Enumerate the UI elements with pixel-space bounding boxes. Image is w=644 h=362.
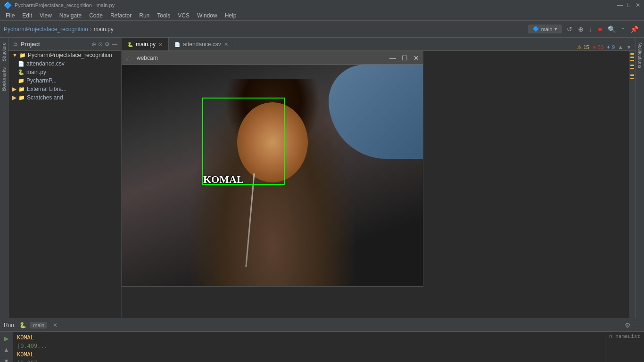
run-controls: ⚙ — — [625, 321, 640, 329]
editor-content: 20 encode = face_recognition.face_encodi… — [122, 51, 636, 318]
menu-code[interactable]: Code — [85, 11, 107, 20]
download-icon[interactable]: ↓ — [587, 25, 594, 34]
tree-item-scratches[interactable]: ▶ 📁 Scratches and — [8, 93, 121, 102]
breadcrumb-project[interactable]: PycharmProjectsface_recognition — [4, 26, 88, 33]
scratches-icon: ▶ — [12, 94, 17, 101]
title-bar-controls[interactable]: — ☐ ✕ — [617, 2, 640, 8]
panel-settings-icon[interactable]: ⚙ — [105, 41, 110, 48]
menu-navigate[interactable]: Navigate — [56, 11, 85, 20]
right-side-tabs: Notifications — [636, 38, 644, 318]
left-side-tabs: Structure Bookmarks — [0, 38, 8, 318]
scratches-folder-icon: 📁 — [18, 95, 25, 101]
tab-main-py-close[interactable]: ✕ — [158, 41, 163, 48]
maximize-button[interactable]: ☐ — [627, 2, 632, 8]
panel-minimize-icon[interactable]: — — [112, 41, 117, 48]
run-label: Run: — [4, 322, 16, 329]
face-detection-box: KOMAL — [202, 98, 285, 185]
webcam-window-title: webcam — [137, 55, 386, 61]
tree-item-pycharm[interactable]: 📁 PycharmP... — [8, 76, 121, 85]
gutter-mark-4 — [630, 65, 634, 66]
menu-window[interactable]: Window — [193, 11, 221, 20]
pycharm-logo-icon: 🔷 — [4, 1, 12, 9]
nav-down-icon[interactable]: ▼ — [626, 44, 632, 50]
upload-icon[interactable]: ↑ — [619, 25, 627, 34]
tree-item-csv-label: attendance.csv — [26, 60, 65, 67]
title-bar-left: 🔷 PycharmProjectsface_recognition - main… — [4, 1, 115, 9]
run-panel-header: Run: 🐍 main ✕ ⚙ — — [0, 319, 644, 332]
menu-edit[interactable]: Edit — [18, 11, 36, 20]
toolbar: PycharmProjectsface_recognition › main.p… — [0, 21, 644, 38]
run-side-code-text: n nameList — [609, 334, 640, 339]
tree-item-scratches-label: Scratches and — [27, 94, 63, 101]
py-tab-icon: 🐍 — [127, 42, 133, 47]
notifications-tab[interactable]: Notifications — [636, 40, 644, 71]
webcam-close-button[interactable]: ✕ — [413, 54, 419, 62]
bookmarks-tab[interactable]: Bookmarks — [0, 65, 8, 94]
root-folder-icon: ▼ — [12, 52, 17, 58]
ext-libs-folder-icon: 📁 — [18, 86, 25, 92]
tree-item-ext-libs-label: External Libra... — [27, 86, 66, 92]
minimize-button[interactable]: — — [617, 2, 623, 8]
menu-run[interactable]: Run — [135, 11, 153, 20]
search-icon[interactable]: 🔍 — [606, 25, 618, 34]
menu-file[interactable]: File — [2, 11, 18, 20]
panel-locate-icon[interactable]: ⊙ — [98, 41, 103, 48]
project-tree: ▼ 📁 PycharmProjectsface_recognition 📄 at… — [8, 51, 121, 318]
pin-icon[interactable]: 📌 — [628, 25, 640, 34]
run-play-icon[interactable]: ▶ — [4, 335, 9, 342]
tree-item-py[interactable]: 🐍 main.py — [8, 68, 121, 76]
run-step-down-icon[interactable]: ▼ — [3, 357, 10, 362]
webcam-background: KOMAL — [122, 65, 423, 286]
structure-tab[interactable]: Structure — [0, 40, 8, 65]
tree-root-label: PycharmProjectsface_recognition — [28, 52, 112, 58]
menu-refactor[interactable]: Refactor — [107, 11, 135, 20]
tab-main-py[interactable]: 🐍 main.py ✕ — [122, 38, 169, 50]
run-config-button[interactable]: 🔷 main ▾ — [528, 25, 562, 33]
editor-gutter — [629, 51, 636, 318]
tree-item-pycharm-label: PycharmP... — [26, 77, 57, 84]
warnings-count: ⚠ 15 — [577, 44, 589, 50]
title-bar-title: PycharmProjectsface_recognition - main.p… — [15, 2, 115, 8]
run-step-up-icon[interactable]: ▲ — [3, 346, 10, 354]
tree-item-external-libs[interactable]: ▶ 📁 External Libra... — [8, 85, 121, 93]
menu-tools[interactable]: Tools — [153, 11, 174, 20]
csv-file-icon: 📄 — [18, 61, 25, 67]
tab-attendance-csv[interactable]: 📄 attendance.csv ✕ — [169, 38, 234, 50]
panel-add-icon[interactable]: ⊕ — [91, 41, 96, 48]
run-config-close-icon[interactable]: ✕ — [53, 322, 58, 329]
webcam-minimize-button[interactable]: — — [389, 54, 396, 62]
csv-tab-icon: 📄 — [174, 42, 180, 47]
webcam-maximize-button[interactable]: ☐ — [402, 54, 408, 62]
nav-up-icon[interactable]: ▲ — [618, 44, 623, 50]
add-config-icon[interactable]: ⊕ — [576, 25, 586, 34]
run-config-badge[interactable]: main — [30, 322, 47, 329]
run-minimize-icon[interactable]: — — [634, 321, 640, 329]
gutter-mark-1 — [630, 53, 634, 55]
title-bar: 🔷 PycharmProjectsface_recognition - main… — [0, 0, 644, 10]
refresh-icon[interactable]: ↺ — [565, 25, 574, 34]
project-panel: 🗂 Project ⊕ ⊙ ⚙ — ▼ 📁 PycharmProjectsfac… — [8, 38, 122, 318]
editor-tab-controls: ⚠ 15 ✕ 53 ✦ 9 ▲ ▼ — [577, 44, 636, 50]
panel-title: Project — [21, 41, 40, 48]
project-icon: 🗂 — [12, 41, 18, 48]
run-output-value-1: [0.409... — [17, 343, 48, 350]
menu-view[interactable]: View — [36, 11, 56, 20]
editor-tabs: 🐍 main.py ✕ 📄 attendance.csv ✕ ⚠ 15 ✕ 53… — [122, 38, 636, 51]
run-side-code: n nameList — [605, 332, 644, 362]
tab-attendance-csv-close[interactable]: ✕ — [224, 41, 228, 48]
tree-item-csv[interactable]: 📄 attendance.csv — [8, 59, 121, 68]
menu-help[interactable]: Help — [221, 11, 240, 20]
webcam-window-controls[interactable]: — ☐ ✕ — [389, 54, 419, 62]
close-button[interactable]: ✕ — [636, 2, 640, 8]
stop-icon[interactable]: ■ — [596, 25, 604, 34]
run-config-dropdown-icon: ▾ — [554, 26, 557, 32]
toolbar-right: 🔷 main ▾ ↺ ⊕ ↓ ■ 🔍 ↑ 📌 — [528, 25, 640, 34]
menu-vcs[interactable]: VCS — [174, 11, 193, 20]
run-settings-icon[interactable]: ⚙ — [625, 321, 631, 329]
menu-bar: File Edit View Navigate Code Refactor Ru… — [0, 10, 644, 21]
gutter-mark-5 — [630, 68, 634, 69]
tree-root-folder[interactable]: ▼ 📁 PycharmProjectsface_recognition — [8, 51, 121, 59]
webcam-window[interactable]: 🎥 webcam — ☐ ✕ — [122, 51, 423, 287]
breadcrumb-file[interactable]: main.py — [94, 26, 114, 33]
gutter-mark-3 — [630, 60, 634, 61]
